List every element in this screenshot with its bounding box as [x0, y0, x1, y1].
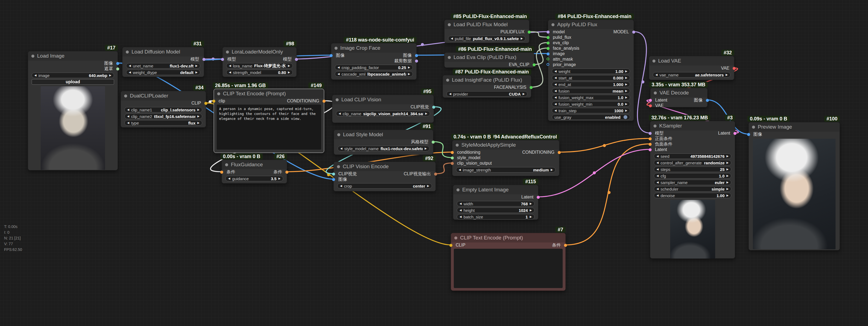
next-arrow-icon[interactable]: ▶	[726, 187, 728, 190]
input--dot[interactable]	[330, 54, 333, 57]
collapse-dot-icon[interactable]	[31, 55, 34, 58]
next-arrow-icon[interactable]: ▶	[197, 115, 199, 118]
output-clip-dot[interactable]	[432, 106, 435, 109]
output-model-dot[interactable]	[632, 31, 635, 34]
output--dot[interactable]	[203, 58, 206, 61]
next-arrow-icon[interactable]: ▶	[530, 202, 532, 205]
widget-weight[interactable]: ◀weight1.00▶	[552, 68, 630, 74]
prev-arrow-icon[interactable]: ◀	[460, 202, 462, 205]
next-arrow-icon[interactable]: ▶	[288, 71, 290, 74]
next-arrow-icon[interactable]: ▶	[551, 169, 553, 171]
node-titlebar[interactable]: LoraLoaderModelOnly	[223, 47, 296, 57]
upload-button[interactable]: upload	[32, 79, 114, 85]
node-titlebar[interactable]: Load Image	[28, 51, 118, 61]
prev-arrow-icon[interactable]: ◀	[129, 71, 131, 74]
input-clip-dot[interactable]	[450, 244, 453, 247]
prev-arrow-icon[interactable]: ◀	[229, 64, 231, 67]
collapse-dot-icon[interactable]	[337, 165, 340, 168]
prev-arrow-icon[interactable]: ◀	[656, 194, 659, 197]
collapse-dot-icon[interactable]	[654, 91, 657, 94]
widget-vae-name[interactable]: ◀vae_nameae.safetensors▶	[653, 72, 731, 78]
next-arrow-icon[interactable]: ▶	[408, 72, 410, 76]
next-arrow-icon[interactable]: ▶	[726, 194, 728, 197]
next-arrow-icon[interactable]: ▶	[197, 121, 199, 124]
node-titlebar[interactable]: StyleModelApplySimple	[453, 140, 559, 150]
collapse-dot-icon[interactable]	[226, 51, 229, 54]
next-arrow-icon[interactable]: ▶	[625, 70, 627, 72]
widget-type[interactable]: ◀typeflux▶	[124, 120, 202, 126]
next-arrow-icon[interactable]: ▶	[425, 112, 427, 115]
next-arrow-icon[interactable]: ▶	[726, 175, 728, 177]
prev-arrow-icon[interactable]: ◀	[656, 168, 659, 171]
output--dot[interactable]	[285, 171, 288, 174]
widget-weight-dtype[interactable]: ◀weight_dtypedefault▶	[126, 70, 200, 75]
node-titlebar[interactable]: CLIP Text Encode (Prompt)	[451, 233, 565, 242]
widget-image[interactable]: ◀image640.webp▶	[32, 72, 114, 78]
prev-arrow-icon[interactable]: ◀	[460, 209, 462, 212]
prev-arrow-icon[interactable]: ◀	[338, 72, 340, 76]
prev-arrow-icon[interactable]: ◀	[656, 155, 659, 157]
prev-arrow-icon[interactable]: ◀	[656, 175, 659, 177]
input--dot[interactable]	[649, 132, 652, 135]
next-arrow-icon[interactable]: ▶	[625, 96, 627, 99]
node-titlebar[interactable]: Preview Image	[749, 122, 840, 131]
prev-arrow-icon[interactable]: ◀	[229, 71, 231, 74]
widget-steps[interactable]: ◀steps25▶	[654, 167, 731, 172]
widget-clip-name1[interactable]: ◀clip_name1clip_l.safetensors▶	[124, 107, 202, 113]
next-arrow-icon[interactable]: ▶	[625, 77, 627, 79]
node-titlebar[interactable]: Load CLIP Vision	[332, 95, 434, 104]
input--dot[interactable]	[747, 133, 750, 136]
next-arrow-icon[interactable]: ▶	[408, 66, 410, 69]
input--dot[interactable]	[221, 58, 224, 61]
collapse-dot-icon[interactable]	[217, 92, 220, 95]
input-attn-mask-dot[interactable]	[547, 58, 549, 60]
input-clip-dot[interactable]	[212, 100, 215, 103]
widget-sampler-name[interactable]: ◀sampler_nameeuler▶	[654, 180, 731, 185]
prev-arrow-icon[interactable]: ◀	[555, 96, 557, 99]
widget-train-step[interactable]: ◀train_step1000▶	[552, 108, 630, 113]
next-arrow-icon[interactable]: ▶	[530, 215, 532, 218]
input-style-model-dot[interactable]	[451, 156, 454, 159]
node-stylemodelapplysimple[interactable]: StyleModelApplySimpleconditioningCONDITI…	[452, 140, 559, 176]
input--dot[interactable]	[332, 178, 335, 181]
widget-guidance[interactable]: ◀guidance3.5▶	[225, 176, 283, 181]
output-latent-dot[interactable]	[537, 196, 540, 199]
node-titlebar[interactable]: KSampler	[650, 121, 735, 130]
input-latent-dot[interactable]	[649, 99, 652, 102]
input-clip-vision-output-dot[interactable]	[451, 162, 454, 165]
node-titlebar[interactable]: Load Diffusion Model	[123, 47, 204, 57]
next-arrow-icon[interactable]: ▶	[625, 109, 627, 112]
node-ksampler[interactable]: KSampler模型Latent正面条件负面条件Latent◀seed49735…	[650, 121, 735, 259]
collapse-dot-icon[interactable]	[446, 79, 449, 82]
collapse-dot-icon[interactable]	[652, 60, 655, 62]
input-face-analysis-dot[interactable]	[547, 47, 550, 50]
widget-batch-size[interactable]: ◀batch_size1▶	[457, 214, 534, 219]
widget-lora-name[interactable]: ◀lora_nameFlux-绮梦流光-水湄...▶	[226, 63, 293, 68]
input--dot[interactable]	[649, 137, 652, 140]
prev-arrow-icon[interactable]: ◀	[127, 121, 129, 124]
node-vae-decode[interactable]: VAE DecodeLatent图像VAE	[650, 88, 708, 107]
output--dot[interactable]	[415, 54, 418, 57]
toggle-knob-icon[interactable]	[623, 115, 627, 119]
node-titlebar[interactable]: Load Eva Clip (PuLID Flux)	[444, 53, 534, 62]
node-titlebar[interactable]: Load InsightFace (PuLID Flux)	[443, 76, 531, 85]
next-arrow-icon[interactable]: ▶	[109, 74, 111, 77]
input-eva-clip-dot[interactable]	[547, 41, 550, 45]
prev-arrow-icon[interactable]: ◀	[656, 161, 659, 164]
widget-width[interactable]: ◀width768▶	[457, 201, 534, 206]
node-titlebar[interactable]: DualCLIPLoader	[121, 91, 206, 100]
prev-arrow-icon[interactable]: ◀	[340, 184, 342, 187]
collapse-dot-icon[interactable]	[552, 23, 555, 26]
next-arrow-icon[interactable]: ▶	[625, 83, 627, 86]
widget-unet-name[interactable]: ◀unet_nameflux1-dev.sft▶	[126, 63, 200, 68]
widget-strength-model[interactable]: ◀strength_model0.80▶	[226, 70, 293, 75]
next-arrow-icon[interactable]: ▶	[288, 64, 290, 67]
output--dot[interactable]	[706, 99, 709, 102]
node-load-eva-clip-pulid-flux[interactable]: Load Eva Clip (PuLID Flux)EVA_CLIP	[444, 52, 534, 68]
prev-arrow-icon[interactable]: ◀	[555, 109, 557, 112]
prev-arrow-icon[interactable]: ◀	[555, 103, 557, 106]
input-clip-dot[interactable]	[332, 173, 335, 176]
widget-end-at[interactable]: ◀end_at1.000▶	[552, 82, 630, 87]
widget-seed[interactable]: ◀seed497358848142676▶	[654, 153, 731, 159]
prev-arrow-icon[interactable]: ◀	[655, 73, 658, 76]
